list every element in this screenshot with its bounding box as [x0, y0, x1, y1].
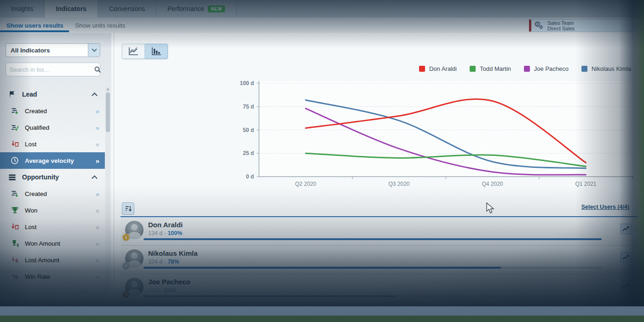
user-row-joe-pacheco[interactable]: 3Joe Pacheco74 d - 55% [121, 274, 638, 303]
double-arrow-left-icon: « [96, 256, 98, 264]
rows-plus-icon [10, 190, 19, 198]
team-selector-unit: Direct Sales [547, 26, 575, 31]
sidebar-item-qualified[interactable]: Qualified» [0, 119, 105, 136]
scroll-up-icon[interactable]: ▲ [106, 87, 110, 91]
sidebar-item-win-rate[interactable]: %Win Rate« [0, 268, 105, 285]
sidebar-item-lost[interactable]: Lost« [0, 218, 105, 235]
progress-bar-track [144, 238, 602, 240]
open-trend-chart-button[interactable] [621, 281, 631, 291]
user-percent: 55% [164, 287, 176, 293]
sidebar-item-lost-amount[interactable]: $Lost Amount« [0, 252, 105, 268]
rank-medal-icon: 3 [122, 291, 130, 298]
open-trend-chart-button[interactable] [621, 252, 631, 263]
user-row-nikolaus-kimla[interactable]: 2Nikolaus Kimla104 d - 78% [121, 246, 638, 274]
double-arrow-left-icon: « [96, 273, 98, 281]
double-arrow-left-icon: « [96, 140, 98, 148]
user-velocity-value: 134 d - 100% [148, 230, 182, 236]
double-arrow-right-icon: » [96, 190, 98, 198]
tab-conversions[interactable]: Conversions [98, 0, 156, 17]
user-velocity-value: 104 d - 78% [148, 259, 179, 265]
chart-panel: Don AraldiTodd MartinJoe PachecoNikolaus… [114, 33, 644, 294]
percent-icon: % [10, 272, 19, 281]
chevron-down-icon[interactable] [88, 44, 100, 57]
avatar-head [131, 281, 138, 288]
crm-insights-app: InsightsIndicatorsConversionsPerformance… [0, 0, 644, 322]
sidebar-item-won-amount[interactable]: $Won Amount« [0, 235, 105, 252]
double-arrow-left-icon: « [96, 240, 98, 247]
arrow-trash-icon [10, 140, 19, 148]
line-chart-toggle[interactable] [122, 44, 145, 59]
legend-item-todd-martin[interactable]: Todd Martin [470, 65, 511, 72]
clock-icon [10, 156, 19, 165]
legend-item-joe-pacheco[interactable]: Joe Pacheco [524, 65, 569, 72]
active-subtab-indicator [0, 30, 69, 32]
sidebar-scrollbar[interactable]: ▲ [105, 86, 110, 288]
subtab-show-units-results[interactable]: Show units results [75, 17, 126, 33]
sidebar-item-lost[interactable]: Lost« [0, 136, 105, 152]
tab-performance[interactable]: PerformanceNEW [156, 0, 236, 17]
search-input[interactable] [6, 66, 94, 73]
group-opportunity[interactable]: Opportunity [0, 169, 105, 185]
avatar-body [128, 289, 141, 296]
tab-bar: InsightsIndicatorsConversionsPerformance… [0, 0, 644, 17]
avatar-body [128, 260, 141, 268]
svg-text:$: $ [15, 258, 18, 264]
legend-swatch [470, 66, 476, 72]
sidebar-item-label: Created [25, 108, 96, 115]
tab-insights[interactable]: Insights [0, 0, 45, 17]
sort-descending-icon [125, 205, 132, 213]
legend-item-nikolaus-kimla[interactable]: Nikolaus Kimla [581, 65, 631, 72]
sidebar-item-created[interactable]: Created» [0, 103, 105, 119]
sidebar-item-label: Qualified [25, 124, 96, 131]
progress-bar-track [144, 295, 602, 297]
legend-label: Joe Pacheco [534, 65, 569, 72]
stack-icon [7, 173, 17, 181]
sidebar-item-label: Won Amount [25, 240, 96, 247]
avatar-head [131, 253, 138, 259]
sidebar-item-won[interactable]: Won« [0, 202, 105, 218]
rank-medal-icon: 1 [122, 234, 130, 241]
user-results-list: 1Don Araldi134 d - 100%2Nikolaus Kimla10… [121, 217, 638, 303]
indicator-filter-select[interactable]: All Indicators [6, 43, 100, 57]
indicator-list: LeadCreated»Qualified»Lost«Average veloc… [0, 86, 105, 285]
user-list-toolbar: Select Users (4/4) [114, 201, 644, 216]
double-arrow-right-icon: » [96, 107, 98, 115]
user-percent: 78% [167, 259, 179, 265]
indicator-filter-value: All Indicators [6, 47, 88, 54]
double-arrow-left-icon: « [96, 207, 98, 214]
trophy-dollar-icon: $ [10, 239, 19, 247]
legend-label: Nikolaus Kimla [592, 65, 631, 72]
chevron-up-icon[interactable] [92, 92, 98, 98]
open-trend-chart-button[interactable] [621, 224, 631, 234]
legend-swatch [419, 66, 425, 72]
tab-label: Conversions [109, 5, 145, 12]
sidebar-item-label: Lost [25, 224, 96, 230]
legend-swatch [524, 66, 530, 72]
user-percent: 100% [167, 230, 182, 236]
select-users-link[interactable]: Select Users (4/4) [581, 204, 629, 210]
avatar-head [131, 224, 138, 230]
user-row-don-araldi[interactable]: 1Don Araldi134 d - 100% [121, 217, 638, 246]
trend-icon [622, 254, 629, 260]
sidebar-item-label: Created [25, 190, 96, 197]
sidebar-item-label: Lost Amount [25, 257, 96, 264]
sidebar-item-created[interactable]: Created» [0, 185, 105, 202]
line-chart-icon [128, 47, 138, 56]
team-selector[interactable]: ⚙⚙ Sales Team Direct Sales [529, 19, 634, 32]
user-name: Nikolaus Kimla [148, 249, 198, 257]
chevron-up-icon[interactable] [92, 175, 98, 181]
tab-indicators[interactable]: Indicators [45, 0, 98, 17]
sort-button[interactable] [122, 202, 134, 215]
group-lead[interactable]: Lead [0, 86, 105, 103]
sidebar-search [6, 63, 100, 76]
trend-icon [622, 283, 629, 289]
legend-item-don-araldi[interactable]: Don Araldi [419, 65, 457, 72]
sidebar-item-label: Average velocity [25, 157, 96, 164]
svg-text:$: $ [16, 243, 19, 247]
scrollbar-thumb[interactable] [106, 92, 110, 132]
bar-chart-toggle[interactable] [145, 44, 168, 59]
trophy-icon [10, 206, 19, 214]
tab-label: Insights [11, 5, 33, 12]
sidebar-item-average-velocity[interactable]: Average velocity» [0, 152, 105, 169]
sidebar-item-label: Lost [25, 141, 96, 148]
